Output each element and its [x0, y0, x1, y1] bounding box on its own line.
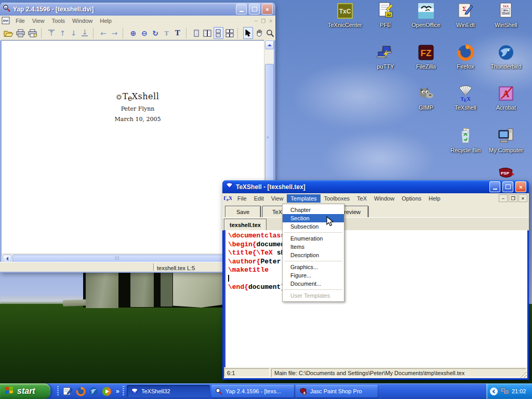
texshell-window[interactable]: TeX TeXShell - [texshell.tex] × TeX File… [222, 180, 529, 380]
menu-item-graphics-[interactable]: Graphics... [283, 263, 344, 271]
mycomputer-icon[interactable] [497, 127, 515, 145]
desktop-icon-acrobat[interactable]: AAcrobat [485, 85, 527, 112]
recyclebin-icon[interactable] [457, 127, 474, 145]
desktop-icon-gimp[interactable]: GIMP [405, 85, 447, 112]
menu-item-chapter[interactable]: Chapter [283, 206, 344, 214]
thunderbird-icon[interactable] [497, 44, 515, 61]
back-icon[interactable]: ← [98, 27, 108, 39]
texshell-icon[interactable]: TEX [457, 85, 474, 102]
desktop-icon-winshell[interactable]: TeXWinShellWinShell [485, 2, 527, 29]
scroll-up-button[interactable] [265, 41, 274, 49]
resize-grip[interactable] [521, 371, 527, 378]
toolbar-drag-handle[interactable] [57, 386, 59, 396]
print-icon[interactable] [15, 27, 26, 39]
scroll-left-button[interactable] [3, 255, 11, 262]
mdi-minimize-button[interactable]: – [499, 194, 508, 202]
magnify-tool-icon[interactable] [265, 27, 275, 39]
acrobat-icon[interactable]: A [497, 85, 515, 102]
hide-icons-chevron[interactable] [490, 388, 498, 395]
texshell-menu-file[interactable]: File [234, 194, 250, 203]
first-page-icon[interactable]: ↑ [47, 27, 57, 39]
mdi-restore-button[interactable]: ❒ [509, 194, 517, 202]
ruler-tool-icon[interactable]: T [162, 27, 171, 39]
zoom-out-icon[interactable]: ⊖ [139, 27, 149, 39]
desktop-icon-texshell[interactable]: TEXTeXshell [445, 85, 486, 112]
next-page-icon[interactable]: ↓ [69, 27, 78, 39]
yap-minimize-button[interactable] [236, 4, 247, 15]
texshell-menu-window[interactable]: Window [370, 194, 398, 203]
desktop-icon-thunderbird[interactable]: Thunderbird [485, 44, 527, 71]
winshell-icon[interactable]: TeXWinShell [497, 2, 515, 20]
text-tool-icon[interactable]: T [172, 27, 182, 39]
taskbar-button-jasc-paint-shop-pro[interactable]: 8Jasc Paint Shop Pro [296, 385, 378, 397]
taskbar-button-yap-2-4-1596-texs-[interactable]: Yap 2.4.1596 - [texs... [211, 385, 294, 397]
desktop-icon-firefox[interactable]: Firefox [445, 44, 486, 71]
quicklaunch-overflow-chevron[interactable]: » [116, 388, 119, 395]
thunderbird-quicklaunch-icon[interactable] [88, 385, 99, 397]
desktop-icon-texniccenter[interactable]: TxCTeXnicCenter [324, 2, 366, 29]
texshell-maximize-button[interactable] [502, 181, 513, 192]
mdi-close-button[interactable]: × [518, 194, 527, 202]
desktop-icon-recycle-bin[interactable]: Recycle Bin [445, 127, 486, 154]
desktop-icon-winedt[interactable]: ΣWinEdt [445, 2, 486, 29]
openoffice-icon[interactable] [417, 2, 435, 20]
gimp-icon[interactable] [417, 85, 435, 102]
view-single-icon[interactable] [191, 27, 201, 39]
view-double-icon[interactable] [202, 27, 212, 39]
open-icon[interactable] [3, 27, 14, 39]
texshell-menu-toolboxes[interactable]: Toolboxes [321, 194, 354, 203]
yap-menu-help[interactable]: Help [96, 17, 115, 25]
texshell-menu-help[interactable]: Help [425, 194, 444, 203]
firefox-icon[interactable] [457, 44, 474, 61]
desktop-icon-pfe[interactable]: 32PFE [365, 2, 406, 29]
refresh-icon[interactable]: ↻ [150, 27, 160, 39]
hand-tool-icon[interactable] [254, 27, 264, 39]
yap-menu-window[interactable]: Window [69, 17, 96, 25]
taskbar-button-texshell32[interactable]: TeXTeXShell32 [127, 385, 210, 397]
texshell-editor[interactable]: \documentclass{\begin{document}\title{\T… [224, 230, 527, 367]
texshell-titlebar[interactable]: TeX TeXShell - [texshell.tex] × [222, 180, 529, 193]
forward-icon[interactable]: → [110, 27, 119, 39]
zoom-in-icon[interactable]: ⊕ [128, 27, 138, 39]
winedt-icon[interactable]: Σ [457, 2, 474, 20]
clock[interactable]: 21:02 [512, 388, 526, 394]
prev-page-icon[interactable]: ↑ [58, 27, 68, 39]
toolbar-drag-handle[interactable] [123, 386, 124, 396]
yap-titlebar[interactable]: D Yap 2.4.1596 - [texshell.dvi] × [0, 3, 275, 16]
menu-item-items[interactable]: Items [283, 243, 344, 251]
menu-item-document-[interactable]: Document... [283, 280, 344, 288]
texshell-menu-tex[interactable]: TeX [353, 194, 370, 203]
tab-texshell-tex[interactable]: texshell.tex [224, 219, 267, 231]
texshell-menu-view[interactable]: View [268, 194, 287, 203]
network-icon[interactable] [500, 388, 509, 395]
view-continuous-icon[interactable] [214, 27, 223, 39]
menu-item-figure-[interactable]: Figure... [283, 271, 344, 280]
yap-close-button[interactable]: × [262, 4, 273, 15]
yap-menu-file[interactable]: File [12, 17, 29, 25]
pfe-icon[interactable]: 32 [377, 2, 394, 20]
menu-item-enumeration[interactable]: Enumeration [283, 234, 344, 243]
menu-item-description[interactable]: Description [283, 251, 344, 259]
yap-maximize-button[interactable] [249, 4, 260, 15]
putty-icon[interactable] [377, 44, 394, 61]
texshell-menu-edit[interactable]: Edit [250, 194, 268, 203]
yap-menu-view[interactable]: View [29, 17, 48, 25]
firefox-quicklaunch-icon[interactable] [75, 385, 86, 397]
desktop-icon-filezilla[interactable]: FZFileZilla [405, 44, 447, 71]
desktop-icon-my-computer[interactable]: My Computer [485, 127, 527, 154]
texshell-menu-templates[interactable]: Templates [287, 194, 320, 203]
view-double-continuous-icon[interactable] [224, 27, 234, 39]
save-button[interactable]: Save [225, 206, 261, 218]
filezilla-icon[interactable]: FZ [417, 44, 435, 61]
texshell-minimize-button[interactable] [489, 181, 500, 192]
show-desktop-icon[interactable] [62, 385, 73, 397]
texshell-menu-options[interactable]: Options [398, 194, 425, 203]
start-button[interactable]: start [0, 383, 50, 399]
desktop-icon-openoffice[interactable]: OpenOffice [405, 2, 447, 29]
print-setup-icon[interactable] [27, 27, 38, 39]
texshell-close-button[interactable]: × [515, 181, 526, 192]
select-tool-icon[interactable] [243, 27, 253, 39]
desktop-icon-putty[interactable]: puTTY [365, 44, 406, 71]
texniccenter-icon[interactable]: TxC [336, 2, 354, 20]
last-page-icon[interactable]: ↓ [80, 27, 90, 39]
